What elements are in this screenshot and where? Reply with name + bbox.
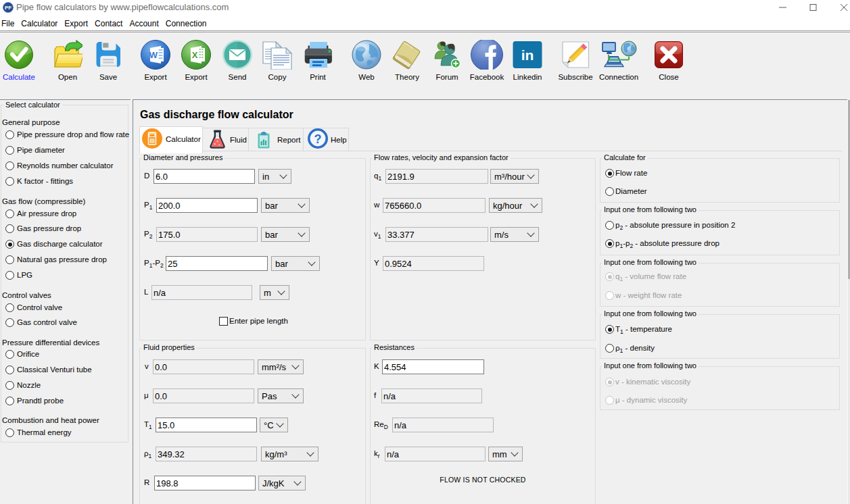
svg-text:W: W bbox=[149, 50, 158, 60]
svg-text:in: in bbox=[521, 47, 534, 63]
svg-text:X: X bbox=[192, 50, 198, 60]
svg-text:?: ? bbox=[314, 132, 322, 146]
svg-text:PF: PF bbox=[5, 5, 11, 11]
